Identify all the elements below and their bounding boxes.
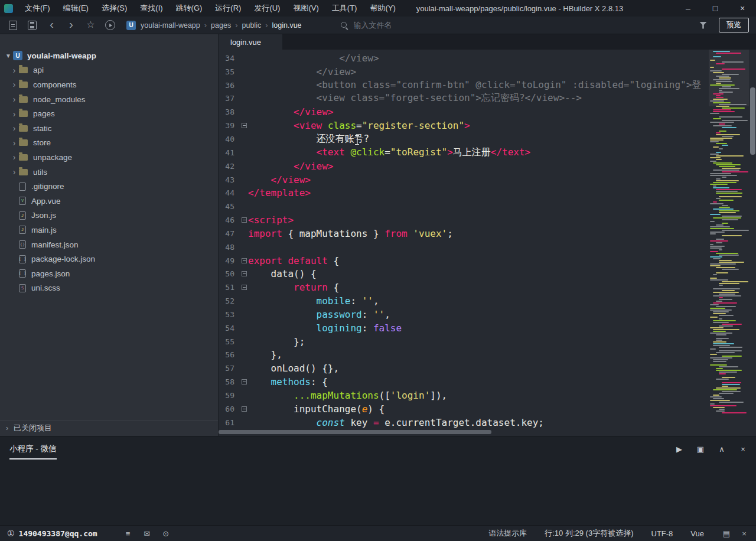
back-icon[interactable]: ‹	[44, 18, 60, 33]
menu-item-4[interactable]: 跳转(G)	[170, 0, 209, 17]
run-icon[interactable]: ▶	[674, 445, 684, 454]
code-line[interactable]: 49export default {	[219, 254, 708, 268]
code-line[interactable]: 59 ...mapMutations(['login']),	[219, 389, 708, 402]
code-line[interactable]: 45	[219, 200, 708, 213]
code-line[interactable]: 46<script>	[219, 213, 708, 227]
close-button[interactable]: ×	[729, 0, 756, 17]
code-line[interactable]: 42 </view>	[219, 159, 708, 173]
tree-file-uni.scss[interactable]: Suni.scss	[0, 281, 218, 296]
chevron-right-icon[interactable]: ›	[9, 110, 19, 118]
tree-folder-api[interactable]: ›api	[0, 63, 218, 78]
list-icon[interactable]: ≡	[123, 529, 133, 538]
menu-item-1[interactable]: 编辑(E)	[57, 0, 95, 17]
code-line[interactable]: 37 <view class="forget-section">忘记密码?</v…	[219, 92, 708, 106]
chevron-right-icon[interactable]: ›	[9, 80, 19, 89]
shortcut-icon[interactable]: ×	[739, 529, 749, 538]
network-icon[interactable]: ⊙	[161, 529, 171, 538]
code-line[interactable]: 51 return {	[219, 281, 708, 294]
code-line[interactable]: 53 password: '',	[219, 308, 708, 321]
fold-marker-icon[interactable]	[242, 217, 247, 223]
chevron-right-icon[interactable]: ›	[9, 124, 19, 132]
menu-item-2[interactable]: 选择(S)	[95, 0, 133, 17]
code-line[interactable]: 54 logining: false	[219, 321, 708, 335]
account[interactable]: ① 1490493387@qq.com	[7, 529, 97, 538]
tree-folder-unpackage[interactable]: ›unpackage	[0, 150, 218, 165]
panel-icon[interactable]: ▤	[722, 529, 731, 538]
chevron-right-icon[interactable]: ›	[9, 95, 19, 103]
tree-root-project[interactable]: ▼ U youlai-mall-weapp	[0, 48, 218, 63]
code-editor[interactable]: 34 </view>35 </view>36 <button class="co…	[219, 50, 708, 429]
closed-projects-bar[interactable]: › 已关闭项目	[0, 420, 218, 436]
menu-item-3[interactable]: 查找(I)	[133, 0, 169, 17]
fold-marker-icon[interactable]	[242, 123, 247, 128]
tree-folder-store[interactable]: ›store	[0, 136, 218, 151]
fold-marker-icon[interactable]	[242, 271, 247, 276]
vertical-scrollbar[interactable]	[749, 50, 756, 436]
tree-file-main.js[interactable]: Jmain.js	[0, 223, 218, 237]
breadcrumb-item[interactable]: pages	[211, 21, 231, 30]
tree-folder-node_modules[interactable]: ›node_modules	[0, 92, 218, 107]
breadcrumb-item[interactable]: public	[242, 21, 262, 30]
code-line[interactable]: 41 <text @click="toRegist">马上注册</text>	[219, 146, 708, 159]
code-line[interactable]: 61 const key = e.currentTarget.dataset.k…	[219, 416, 708, 429]
language-mode-label[interactable]: Vue	[690, 529, 704, 538]
filter-icon[interactable]	[699, 22, 707, 29]
favorite-icon[interactable]: ☆	[83, 18, 99, 33]
encoding-label[interactable]: UTF-8	[651, 529, 673, 538]
file-search-input[interactable]	[354, 21, 543, 30]
code-line[interactable]: 50 data() {	[219, 268, 708, 281]
fold-marker-icon[interactable]	[242, 258, 247, 263]
mail-icon[interactable]: ✉	[142, 529, 152, 538]
menu-item-8[interactable]: 工具(T)	[325, 0, 364, 17]
code-line[interactable]: 35 </view>	[219, 65, 708, 79]
syntax-lib-label[interactable]: 语法提示库	[488, 528, 527, 539]
close-icon[interactable]: ×	[738, 445, 748, 454]
expand-arrow-icon[interactable]: ▼	[4, 53, 13, 59]
menu-item-5[interactable]: 运行(R)	[208, 0, 247, 17]
horizontal-scrollbar-thumb[interactable]	[219, 430, 491, 434]
tree-folder-utils[interactable]: ›utils	[0, 165, 218, 180]
code-line[interactable]: 34 </view>	[219, 51, 708, 65]
breadcrumb-item[interactable]: youlai-mall-weapp	[141, 21, 200, 30]
vertical-scrollbar-thumb[interactable]	[750, 87, 755, 155]
code-line[interactable]: 60 inputChange(e) {	[219, 402, 708, 416]
tree-file-.gitignore[interactable]: .gitignore	[0, 179, 218, 194]
tree-file-App.vue[interactable]: VApp.vue	[0, 194, 218, 208]
maximize-button[interactable]: □	[702, 0, 729, 17]
run-icon[interactable]	[102, 18, 118, 33]
tree-file-Json.js[interactable]: JJson.js	[0, 208, 218, 223]
minimap[interactable]	[709, 51, 749, 431]
chevron-right-icon[interactable]: ›	[9, 139, 19, 147]
minimize-button[interactable]: –	[674, 0, 702, 17]
new-file-icon[interactable]	[5, 18, 21, 33]
code-line[interactable]: 56 },	[219, 348, 708, 362]
save-icon[interactable]	[24, 18, 40, 33]
chevron-right-icon[interactable]: ›	[9, 153, 19, 161]
code-line[interactable]: 52 mobile: '',	[219, 294, 708, 308]
code-line[interactable]: 39 <view class="register-section">	[219, 119, 708, 132]
tree-folder-components[interactable]: ›components	[0, 77, 218, 92]
code-line[interactable]: 38 </view>	[219, 105, 708, 119]
chevron-right-icon[interactable]: ›	[9, 168, 19, 176]
cursor-position-label[interactable]: 行:10 列:29 (3字符被选择)	[545, 528, 633, 539]
tree-folder-pages[interactable]: ›pages	[0, 106, 218, 121]
preview-button[interactable]: 预览	[719, 18, 749, 32]
tree-folder-static[interactable]: ›static	[0, 121, 218, 136]
code-line[interactable]: 40 还没有账号?	[219, 132, 708, 146]
code-line[interactable]: 47import { mapMutations } from 'vuex';	[219, 227, 708, 240]
menu-item-0[interactable]: 文件(F)	[18, 0, 57, 17]
code-line[interactable]: 48	[219, 240, 708, 254]
menu-item-7[interactable]: 视图(V)	[286, 0, 325, 17]
code-line[interactable]: 58 methods: {	[219, 375, 708, 389]
code-line[interactable]: 44</template>	[219, 186, 708, 200]
tab-login-vue[interactable]: login.vue	[219, 34, 282, 50]
forward-icon[interactable]: ›	[63, 18, 79, 33]
tree-file-pages.json[interactable]: [ ]pages.json	[0, 266, 218, 281]
code-line[interactable]: 55 };	[219, 335, 708, 348]
code-line[interactable]: 43 </view>	[219, 173, 708, 187]
code-line[interactable]: 57 onLoad() {},	[219, 361, 708, 375]
open-window-icon[interactable]: ▣	[696, 445, 705, 454]
fold-marker-icon[interactable]	[242, 406, 247, 412]
fold-marker-icon[interactable]	[242, 379, 247, 384]
tree-file-package-lock.json[interactable]: [ ]package-lock.json	[0, 252, 218, 266]
